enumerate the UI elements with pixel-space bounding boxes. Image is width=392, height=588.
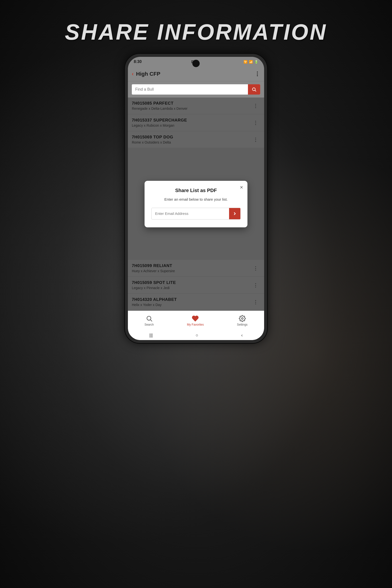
submit-arrow-icon — [232, 211, 237, 216]
bottom-navigation: Search My Favorites Settings — [128, 311, 264, 330]
search-button[interactable] — [248, 84, 260, 94]
app-header: ‹ High CFP ⋮ — [128, 67, 264, 81]
svg-point-2 — [147, 316, 151, 320]
wifi-icon: 🛜 — [244, 60, 248, 64]
search-nav-icon — [146, 315, 153, 322]
nav-label-settings: Settings — [237, 323, 248, 326]
search-icon — [252, 87, 256, 92]
camera-notch — [192, 60, 200, 67]
search-bar — [128, 81, 264, 98]
nav-label-favorites: My Favorites — [187, 323, 204, 326]
nav-item-search[interactable]: Search — [144, 315, 154, 326]
svg-point-4 — [241, 318, 243, 319]
phone-screen: 8:30 🖼 🛜 📶 🔋 ‹ High CFP ⋮ — [128, 57, 264, 340]
svg-line-3 — [150, 320, 152, 321]
header-menu-button[interactable]: ⋮ — [254, 71, 260, 77]
android-nav-bar: ||| ○ ‹ — [128, 330, 264, 340]
search-input[interactable] — [132, 85, 248, 94]
battery-icon: 🔋 — [254, 60, 258, 64]
status-time: 8:30 — [134, 60, 142, 64]
email-input-row — [152, 208, 240, 220]
nav-label-search: Search — [144, 323, 154, 326]
modal-title: Share List as PDF — [152, 188, 240, 193]
android-back-button[interactable]: ‹ — [241, 333, 242, 338]
search-input-wrap — [132, 84, 260, 94]
modal-description: Enter an email below to share your list. — [152, 197, 240, 202]
modal-close-button[interactable]: × — [240, 184, 243, 190]
heart-nav-icon — [192, 315, 199, 322]
modal-overlay: × Share List as PDF Enter an email below… — [128, 98, 264, 311]
android-recents-button[interactable]: ||| — [150, 333, 153, 338]
nav-item-favorites[interactable]: My Favorites — [187, 315, 204, 326]
bull-list: 7H015085 PARFECT Renegade x Delta-Lambda… — [128, 98, 264, 311]
signal-icon: 📶 — [249, 60, 253, 64]
share-pdf-modal: × Share List as PDF Enter an email below… — [144, 181, 248, 227]
email-input[interactable] — [152, 208, 229, 218]
svg-line-1 — [255, 90, 256, 92]
email-submit-button[interactable] — [229, 208, 240, 219]
status-icons: 🛜 📶 🔋 — [244, 60, 258, 64]
back-button[interactable]: ‹ — [132, 71, 134, 77]
header-title: High CFP — [136, 71, 254, 77]
settings-nav-icon — [239, 315, 246, 322]
nav-item-settings[interactable]: Settings — [237, 315, 248, 326]
page-title: SHARE INFORMATION — [65, 20, 327, 45]
android-home-button[interactable]: ○ — [196, 333, 198, 338]
svg-point-0 — [252, 88, 255, 91]
phone-frame: 8:30 🖼 🛜 📶 🔋 ‹ High CFP ⋮ — [125, 54, 267, 343]
